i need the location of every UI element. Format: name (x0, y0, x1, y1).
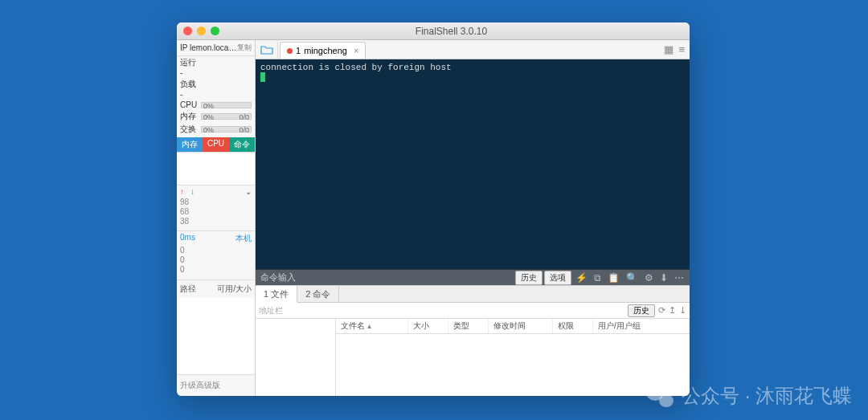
grid-view-icon[interactable]: ▦ (664, 43, 674, 55)
search-icon[interactable]: 🔍 (624, 272, 641, 283)
watermark: 公众号 · 沐雨花飞蝶 (646, 383, 852, 409)
sidebar: IP lemon.local.qq.c... 复制 运行 - 负载 - CPU … (177, 40, 256, 396)
watermark-text: 公众号 · 沐雨花飞蝶 (682, 383, 852, 409)
file-pane: 文件名 大小 类型 修改时间 权限 用户/用户组 (256, 319, 690, 396)
session-tab[interactable]: 1 mingcheng × (280, 42, 366, 59)
session-tab-index: 1 (296, 46, 301, 55)
close-window-button[interactable] (183, 27, 192, 35)
command-bar: 命令输入 历史 选项 ⚡ ⧉ 📋 🔍 ⚙ ⬇ ⋯ (256, 269, 690, 285)
paste-icon[interactable]: 📋 (605, 272, 622, 283)
options-button[interactable]: 选项 (544, 271, 571, 285)
ping-host: 本机 (235, 233, 252, 244)
titlebar: FinalShell 3.0.10 (177, 22, 690, 40)
mem-label: 内存 (180, 111, 198, 122)
up-icon[interactable]: ↥ (669, 305, 676, 316)
session-tabbar: 1 mingcheng × ▦ ≡ (256, 40, 690, 59)
download-icon[interactable]: ⬇ (657, 272, 670, 283)
ping-row: 0ms 本机 (177, 231, 255, 246)
session-tab-name: mingcheng (304, 46, 347, 55)
cpu-bar: 0% (201, 102, 252, 108)
open-folder-button[interactable] (256, 40, 278, 59)
disk-header: 路径 可用/大小 (177, 279, 255, 298)
ip-row: IP lemon.local.qq.c... 复制 (177, 40, 255, 56)
gear-icon[interactable]: ⚙ (642, 272, 656, 283)
main-area: 1 mingcheng × ▦ ≡ connection is closed b… (256, 40, 690, 396)
cpu-label: CPU (180, 100, 198, 109)
sidebar-tab-cpu[interactable]: CPU (203, 137, 228, 152)
upload-icon: ↑ (180, 187, 184, 196)
bottom-tabs: 1 文件 2 命令 (256, 285, 690, 303)
wechat-icon (646, 385, 674, 407)
mem-bar: 0%0/0 (201, 113, 252, 120)
load-label: 负载 - (180, 79, 201, 99)
path-label: 路径 (180, 283, 196, 295)
col-name[interactable]: 文件名 (336, 319, 408, 333)
command-input-label[interactable]: 命令输入 (256, 271, 301, 283)
terminal[interactable]: connection is closed by foreign host (256, 59, 690, 269)
col-size[interactable]: 大小 (408, 319, 448, 333)
expand-icon[interactable]: ⌄ (245, 187, 252, 196)
swap-label: 交换 (180, 124, 198, 135)
sidebar-tabs: 内存 CPU 命令 (177, 137, 255, 152)
refresh-icon[interactable]: ⟳ (658, 305, 665, 316)
more-icon[interactable]: ⋯ (672, 272, 686, 283)
run-label: 运行 - (180, 57, 201, 77)
ip-label: IP lemon.local.qq.c... (180, 43, 237, 52)
file-tree[interactable] (256, 319, 336, 396)
upload-icon[interactable]: ⤓ (679, 305, 686, 316)
copy-ip-button[interactable]: 复制 (237, 43, 252, 53)
address-bar: 地址栏 历史 ⟳ ↥ ⤓ (256, 303, 690, 319)
history-button[interactable]: 历史 (515, 271, 542, 285)
col-perm[interactable]: 权限 (553, 319, 593, 333)
address-placeholder[interactable]: 地址栏 (259, 305, 283, 316)
traffic-lights (183, 27, 219, 35)
ping-values: 0 0 0 (177, 246, 255, 275)
folder-icon (260, 45, 273, 55)
copy-icon[interactable]: ⧉ (592, 272, 604, 283)
app-window: FinalShell 3.0.10 IP lemon.local.qq.c...… (177, 22, 690, 396)
size-label: 可用/大小 (217, 283, 252, 295)
tab-commands[interactable]: 2 命令 (297, 286, 339, 302)
sidebar-tab-mem[interactable]: 内存 (177, 137, 203, 152)
zoom-window-button[interactable] (211, 27, 219, 35)
col-type[interactable]: 类型 (448, 319, 489, 333)
net-values: 98 68 38 (177, 198, 255, 226)
col-owner[interactable]: 用户/用户组 (593, 319, 690, 333)
bolt-icon[interactable]: ⚡ (573, 272, 590, 283)
swap-bar: 0%0/0 (201, 126, 252, 133)
download-icon: ↓ (190, 187, 194, 196)
status-dot-icon (287, 48, 293, 54)
file-list[interactable]: 文件名 大小 类型 修改时间 权限 用户/用户组 (336, 319, 690, 396)
col-mtime[interactable]: 修改时间 (489, 319, 553, 333)
file-columns: 文件名 大小 类型 修改时间 权限 用户/用户组 (336, 319, 690, 334)
terminal-line: connection is closed by foreign host (260, 63, 685, 72)
tab-files[interactable]: 1 文件 (256, 286, 297, 303)
sidebar-tab-cmd[interactable]: 命令 (229, 137, 255, 152)
window-title: FinalShell 3.0.10 (219, 26, 683, 37)
minimize-window-button[interactable] (197, 27, 206, 35)
close-tab-button[interactable]: × (354, 46, 358, 55)
perf-graph (177, 152, 255, 186)
upgrade-link[interactable]: 升级高级版 (177, 374, 255, 396)
sidebar-spacer (177, 298, 255, 374)
ping-ms: 0ms (180, 233, 195, 244)
addr-history-button[interactable]: 历史 (628, 304, 655, 317)
terminal-cursor (260, 72, 265, 82)
list-view-icon[interactable]: ≡ (678, 43, 685, 55)
